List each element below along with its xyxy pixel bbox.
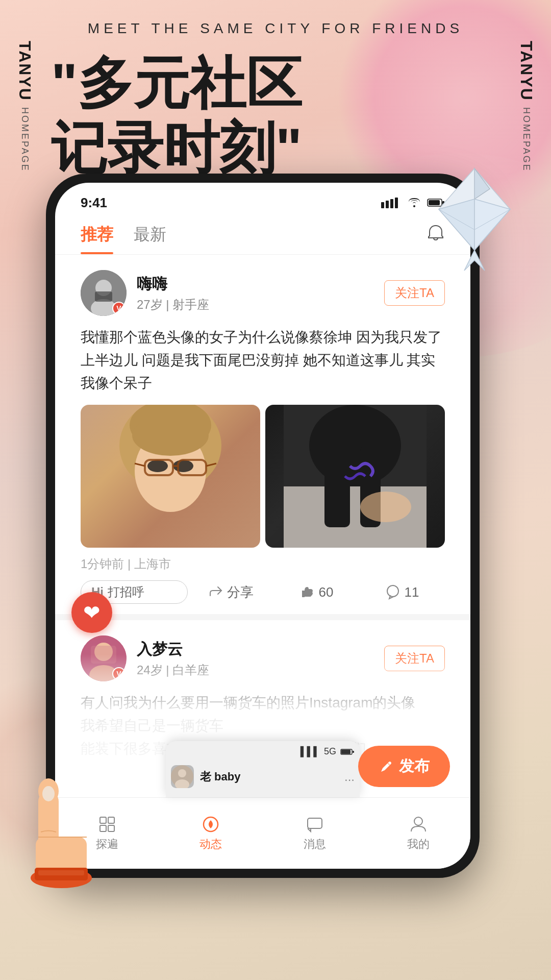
nav-messages[interactable]: 消息	[304, 815, 326, 852]
brand-name-left: TANYU	[15, 41, 34, 101]
main-headline: "多元社区 记录时刻"	[51, 51, 302, 180]
feed-nav-tabs: 推荐 最新	[55, 213, 470, 255]
side-text-left: TANYU HOMEPAGE	[15, 41, 34, 172]
heart-notification: ❤	[71, 592, 112, 633]
post-card-1: V 嗨嗨 27岁 | 射手座 关注TA 我懂那个蓝色头像的女子为什么说像蔡徐坤 …	[55, 255, 470, 620]
nested-phone-preview[interactable]: ▌▌▌ 5G 老 baby ...	[166, 741, 360, 797]
messages-label: 消息	[304, 837, 326, 852]
user-meta-1: 27岁 | 射手座	[137, 297, 374, 313]
nav-feed[interactable]: 动态	[199, 815, 222, 852]
svg-point-37	[387, 585, 398, 597]
svg-point-23	[132, 415, 209, 456]
svg-rect-8	[381, 202, 384, 208]
like-btn[interactable]: 60	[273, 584, 359, 600]
post-actions-1: Hi 打招呼 分享	[81, 580, 445, 604]
svg-point-33	[309, 405, 401, 486]
svg-rect-32	[284, 486, 427, 548]
nested-signal: ▌▌▌	[300, 746, 320, 757]
nested-chat-item[interactable]: 老 baby ...	[171, 761, 355, 792]
svg-point-46	[178, 769, 186, 777]
nested-chat-name: 老 baby	[200, 769, 338, 785]
post-location-1: 1分钟前 | 上海市	[81, 556, 445, 572]
user-info-1: 嗨嗨 27岁 | 射手座	[137, 274, 374, 313]
comment-icon	[385, 584, 400, 600]
post-text-1: 我懂那个蓝色头像的女子为什么说像蔡徐坤 因为我只发了上半边儿 问题是我下面尾巴没…	[81, 326, 445, 395]
post-header-1: V 嗨嗨 27岁 | 射手座 关注TA	[81, 270, 445, 316]
edit-icon	[379, 759, 394, 774]
post-image-1a[interactable]	[81, 405, 260, 548]
page-label-left: HOMEPAGE	[19, 107, 30, 172]
nested-network: 5G	[324, 746, 336, 757]
brand-name-right: TANYU	[517, 41, 536, 101]
post-images-1	[81, 405, 445, 548]
feed-icon	[202, 815, 220, 834]
publish-label: 发布	[399, 756, 430, 777]
profile-label: 我的	[407, 837, 430, 852]
svg-rect-43	[341, 750, 350, 754]
thumbs-up-hand	[10, 761, 112, 888]
svg-rect-62	[38, 870, 84, 875]
nested-more-icon[interactable]: ...	[344, 770, 355, 784]
svg-rect-10	[390, 199, 393, 208]
avatar-1[interactable]: V	[81, 270, 127, 316]
svg-point-24	[147, 460, 168, 472]
svg-rect-44	[353, 751, 354, 753]
svg-point-12	[413, 205, 415, 207]
verified-badge-1: V	[112, 302, 126, 315]
side-text-right: TANYU HOMEPAGE	[517, 41, 536, 172]
share-btn[interactable]: 分享	[188, 583, 273, 601]
post-image-1b[interactable]	[265, 405, 445, 548]
svg-rect-54	[308, 818, 322, 828]
headline-line2: 记录时刻"	[51, 116, 302, 181]
username-1: 嗨嗨	[137, 274, 374, 295]
publish-button[interactable]: 发布	[358, 746, 450, 787]
tab-recommended[interactable]: 推荐	[81, 224, 113, 254]
svg-rect-19	[95, 291, 112, 302]
bottom-nav: 探遍 动态 消息 我的	[55, 797, 470, 869]
svg-rect-9	[386, 201, 389, 208]
feed-label: 动态	[199, 837, 222, 852]
svg-point-63	[42, 786, 55, 801]
status-bar: 9:41	[55, 183, 470, 213]
headline-line1: "多元社区	[51, 51, 302, 116]
top-tagline: MEET THE SAME CITY FOR FRIENDS	[0, 20, 551, 37]
nested-chat-info: 老 baby	[200, 769, 338, 785]
status-time: 9:41	[81, 195, 107, 211]
nav-profile[interactable]: 我的	[407, 815, 430, 852]
svg-point-55	[414, 817, 422, 825]
profile-icon	[409, 815, 428, 834]
tab-latest[interactable]: 最新	[134, 224, 166, 254]
svg-point-36	[360, 492, 411, 522]
follow-btn-1[interactable]: 关注TA	[384, 280, 445, 306]
phone-screen: 9:41	[55, 183, 470, 869]
paper-crane-decoration	[418, 158, 531, 276]
svg-marker-4	[464, 250, 485, 271]
svg-rect-11	[395, 198, 398, 208]
svg-rect-34	[324, 446, 350, 527]
messages-icon	[306, 815, 324, 834]
comment-btn[interactable]: 11	[359, 584, 445, 600]
like-icon	[299, 584, 315, 600]
share-icon	[208, 584, 223, 600]
